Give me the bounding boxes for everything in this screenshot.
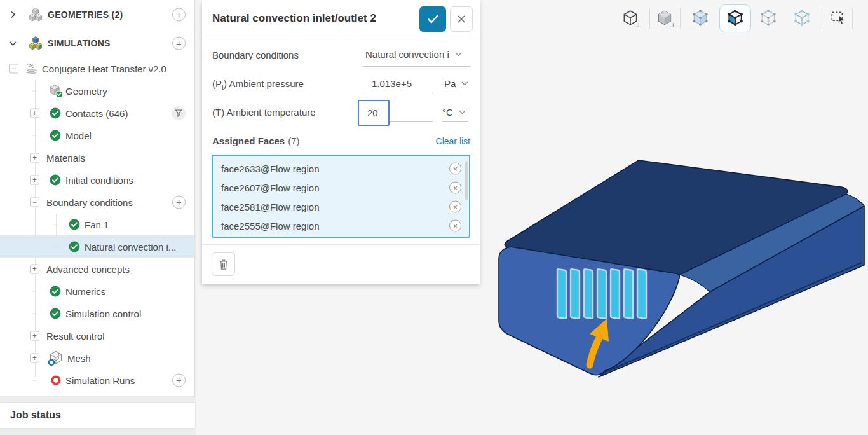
remove-face-button[interactable]: ×: [449, 163, 461, 175]
close-button[interactable]: [450, 6, 473, 32]
tree-item-label: Numerics: [65, 286, 105, 296]
shaded-view-button[interactable]: [651, 4, 679, 32]
sidebar-item-geometry[interactable]: Geometry: [0, 79, 194, 102]
add-simulation-run-button[interactable]: +: [172, 373, 186, 387]
tree-connector: [53, 246, 58, 247]
sidebar-item-boundary-conditions[interactable]: − Boundary conditions +: [0, 191, 194, 213]
scrollbar[interactable]: [465, 161, 468, 200]
sidebar-item-fan-1[interactable]: Fan 1: [0, 213, 194, 235]
sidebar-item-natural-convection[interactable]: Natural convection i...: [0, 235, 194, 258]
sidebar-item-simulation-control[interactable]: Simulation control: [0, 302, 194, 324]
clear-list-link[interactable]: Clear list: [436, 136, 470, 146]
panel-header: Natural convection inlet/outlet 2: [202, 0, 480, 38]
tree-item-label: Result control: [46, 330, 105, 341]
sidebar-item-advanced-concepts[interactable]: + Advanced concepts: [0, 258, 194, 280]
box-select-button[interactable]: [825, 4, 853, 32]
expand-expander[interactable]: +: [30, 175, 39, 184]
sidebar-item-initial-conditions[interactable]: + Initial conditions: [0, 169, 194, 191]
expand-expander[interactable]: +: [30, 353, 39, 362]
isometric-view-button[interactable]: [616, 4, 644, 32]
job-status-bar[interactable]: Job status: [0, 402, 195, 429]
check-badge-icon: [69, 219, 80, 230]
3d-viewport-model[interactable]: [482, 151, 868, 401]
assigned-faces-list[interactable]: face2633@Flow region × face2607@Flow reg…: [212, 155, 470, 238]
application-window: { "ui": { "plus": "+", "minus": "\u2212"…: [0, 0, 868, 435]
face-name: face2633@Flow region: [221, 163, 319, 174]
face-list-item[interactable]: face2633@Flow region ×: [213, 159, 469, 178]
check-badge-icon: [50, 286, 61, 297]
runs-status-icon: [50, 375, 62, 386]
tree-item-label: Mesh: [67, 352, 91, 363]
face-list-item[interactable]: face2581@Flow region ×: [213, 197, 469, 216]
close-icon: [457, 15, 466, 24]
temperature-unit-select[interactable]: °C: [442, 107, 466, 118]
select-face-icon: [726, 9, 745, 28]
sidebar-item-model[interactable]: Model: [0, 124, 194, 146]
field-label-boundary-conditions: Boundary conditions: [212, 50, 299, 60]
face-list-item[interactable]: face2607@Flow region ×: [213, 178, 469, 197]
tree-item-label: Simulation control: [65, 308, 141, 319]
sidebar-item-geometries[interactable]: GEOMETRIES (2) +: [0, 0, 194, 29]
collapse-expander[interactable]: −: [30, 197, 39, 207]
select-volume-button[interactable]: [686, 4, 714, 32]
tree-connector: [32, 135, 37, 135]
sidebar-item-mesh[interactable]: + Mesh: [0, 347, 194, 369]
delete-button[interactable]: [212, 252, 235, 276]
chevron-down-icon: [461, 81, 468, 86]
collapse-expander[interactable]: −: [9, 64, 18, 73]
filter-button[interactable]: [172, 106, 186, 120]
toolbar-separator: [852, 8, 853, 29]
tree-item-label: Advanced concepts: [46, 263, 130, 274]
expand-expander[interactable]: +: [30, 331, 39, 340]
select-vertex-button[interactable]: [788, 4, 816, 32]
face-name: face2581@Flow region: [221, 202, 319, 212]
confirm-button[interactable]: [419, 6, 446, 32]
ambient-pressure-input[interactable]: 1.013e+5: [372, 78, 412, 89]
check-badge-icon: [50, 174, 61, 186]
clipped-tool-button[interactable]: [855, 4, 868, 32]
sidebar-item-simulation-runs[interactable]: Simulation Runs +: [0, 369, 194, 391]
ambient-temperature-input[interactable]: 20: [358, 100, 390, 126]
sidebar-item-contacts[interactable]: + Contacts (646): [0, 102, 194, 124]
sidebar-item-simulations[interactable]: SIMULATIONS +: [0, 29, 194, 57]
chevron-down-icon[interactable]: [9, 39, 17, 47]
face-list-item[interactable]: face2555@Flow region ×: [213, 216, 469, 235]
tree-item-label: Boundary conditions: [46, 197, 133, 207]
tree-item-label: Model: [65, 130, 92, 141]
tree-item-label: Initial conditions: [65, 174, 133, 185]
remove-face-button[interactable]: ×: [449, 220, 461, 232]
field-underline: [442, 121, 468, 122]
expand-expander[interactable]: +: [30, 264, 39, 273]
sidebar-item-conjugate-heat-transfer[interactable]: − Conjugate Heat Transfer v2.0: [0, 57, 194, 79]
tree-item-label: Simulation Runs: [65, 375, 135, 385]
add-geometry-button[interactable]: +: [172, 8, 186, 21]
toolbar-separator: [822, 8, 822, 29]
expand-expander[interactable]: +: [30, 153, 39, 162]
sidebar-item-materials[interactable]: + Materials: [0, 146, 194, 169]
tree-item-label: Conjugate Heat Transfer v2.0: [42, 63, 166, 74]
assigned-faces-header: Assigned Faces(7): [212, 135, 300, 146]
sidebar-item-numerics[interactable]: Numerics: [0, 280, 194, 302]
check-badge-icon: [50, 308, 61, 319]
chevron-right-icon[interactable]: [9, 10, 17, 18]
select-face-button[interactable]: [719, 4, 751, 32]
trash-icon: [217, 258, 230, 271]
add-simulation-button[interactable]: +: [172, 37, 186, 50]
select-edge-button[interactable]: [754, 4, 782, 32]
check-badge-icon: [50, 107, 61, 119]
sidebar-item-result-control[interactable]: + Result control: [0, 324, 194, 347]
check-badge-icon: [50, 130, 61, 141]
check-badge-icon: [69, 241, 80, 252]
boundary-type-select[interactable]: Natural convection i: [365, 49, 462, 60]
remove-face-button[interactable]: ×: [449, 182, 461, 194]
tree-item-label: Contacts (646): [65, 107, 128, 118]
field-label-ambient-temperature: (T) Ambient temperature: [212, 107, 316, 118]
field-label-ambient-pressure: (Pt) Ambient pressure: [212, 78, 304, 91]
remove-face-button[interactable]: ×: [449, 201, 461, 213]
job-status-label: Job status: [10, 410, 61, 421]
pressure-unit-select[interactable]: Pa: [444, 78, 468, 89]
add-boundary-condition-button[interactable]: +: [172, 195, 186, 209]
vent-slots-highlighted[interactable]: [557, 269, 646, 319]
expand-expander[interactable]: +: [30, 108, 39, 118]
divider: [202, 244, 480, 245]
